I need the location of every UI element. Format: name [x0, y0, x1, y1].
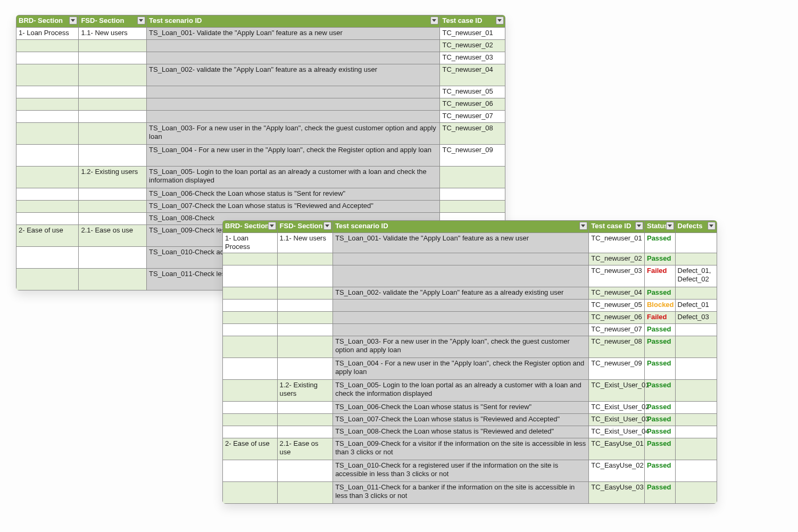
- cell-tcase: TC_Exist_User_04: [589, 426, 645, 438]
- cell-defects: [675, 323, 717, 336]
- cell-fsd: [277, 323, 333, 336]
- filter-icon[interactable]: [496, 16, 504, 24]
- cell-tcase: TC_EasyUse_03: [589, 481, 645, 503]
- cell-fsd: [79, 86, 147, 98]
- cell-scenario: TS_Loan_006-Check the Loan whose status …: [333, 401, 589, 413]
- header-tcase[interactable]: Test case ID: [589, 221, 645, 233]
- header-brd[interactable]: BRD- Section: [223, 221, 278, 233]
- filter-icon[interactable]: [268, 222, 276, 230]
- filter-icon[interactable]: [137, 16, 145, 24]
- cell-scenario: TS_Loan_005- Login to the loan portal as…: [147, 167, 440, 188]
- header-defects[interactable]: Defects: [675, 221, 717, 233]
- status-badge: Passed: [647, 325, 671, 333]
- cell-status: Passed: [644, 287, 675, 299]
- cell-brd: [16, 86, 79, 98]
- cell-defects: [675, 287, 717, 299]
- cell-fsd: [277, 311, 333, 323]
- status-badge: Passed: [647, 483, 671, 491]
- cell-tcase: TC_newuser_06: [440, 98, 505, 111]
- filter-icon[interactable]: [579, 222, 587, 230]
- filter-icon[interactable]: [430, 16, 438, 24]
- cell-status: Passed: [644, 336, 675, 358]
- table-row: TS_Loan_007-Check the Loan whose status …: [16, 201, 505, 213]
- table-row: TS_Loan_011-Check for a banker if the in…: [223, 481, 717, 503]
- cell-tcase: TC_newuser_03: [589, 265, 645, 287]
- cell-fsd: [79, 269, 147, 290]
- table-b: BRD- SectionFSD- SectionTest scenario ID…: [222, 220, 717, 504]
- cell-status: Passed: [644, 253, 675, 265]
- cell-fsd: [79, 247, 147, 269]
- cell-defects: [675, 460, 717, 481]
- status-badge: Passed: [647, 415, 671, 423]
- cell-fsd: [277, 287, 333, 299]
- cell-brd: [16, 188, 79, 201]
- cell-fsd: [277, 336, 333, 358]
- cell-defects: [675, 379, 717, 401]
- cell-status: Passed: [644, 413, 675, 426]
- cell-brd: [16, 52, 79, 64]
- cell-tcase: TC_EasyUse_02: [589, 460, 645, 481]
- status-badge: Passed: [647, 439, 671, 447]
- filter-icon[interactable]: [708, 222, 716, 230]
- header-brd[interactable]: BRD- Section: [16, 15, 79, 28]
- cell-brd: [16, 123, 79, 145]
- cell-fsd: 1.2- Existing users: [277, 379, 333, 401]
- cell-fsd: [79, 145, 147, 167]
- filter-icon[interactable]: [666, 222, 674, 230]
- header-scenario[interactable]: Test scenario ID: [333, 221, 589, 233]
- cell-tcase: TC_newuser_09: [589, 358, 645, 379]
- cell-tcase: TC_Exist_User_03: [589, 413, 645, 426]
- cell-tcase: [440, 167, 505, 188]
- table-row: TC_newuser_05BlockedDefect_01: [223, 299, 717, 311]
- filter-icon[interactable]: [635, 222, 643, 230]
- table-row: TS_Loan_006-Check the Loan whose status …: [223, 401, 717, 413]
- cell-fsd: [277, 358, 333, 379]
- cell-brd: [16, 167, 79, 188]
- table-row: TS_Loan_007-Check the Loan whose status …: [223, 413, 717, 426]
- cell-brd: [223, 287, 278, 299]
- cell-tcase: TC_newuser_02: [589, 253, 645, 265]
- cell-defects: [675, 253, 717, 265]
- cell-defects: Defect_03: [675, 311, 717, 323]
- header-fsd[interactable]: FSD- Section: [79, 15, 147, 28]
- header-fsd[interactable]: FSD- Section: [277, 221, 333, 233]
- cell-fsd: [79, 40, 147, 52]
- cell-fsd: [79, 64, 147, 86]
- cell-scenario: [147, 40, 440, 52]
- cell-brd: 2- Ease of use: [223, 438, 278, 460]
- table-row: TC_newuser_06: [16, 98, 505, 111]
- table-row: TS_Loan_003- For a new user in the "Appl…: [16, 123, 505, 145]
- table-row: 1.2- Existing usersTS_Loan_005- Login to…: [16, 167, 505, 188]
- header-tcase[interactable]: Test case ID: [440, 15, 505, 28]
- cell-fsd: [79, 123, 147, 145]
- header-status[interactable]: Status: [644, 221, 675, 233]
- status-badge: Blocked: [647, 301, 674, 309]
- cell-tcase: TC_newuser_04: [589, 287, 645, 299]
- cell-scenario: TS_Loan_004 - For a new user in the "App…: [333, 358, 589, 379]
- cell-scenario: [147, 98, 440, 111]
- cell-scenario: TS_Loan_007-Check the Loan whose status …: [333, 413, 589, 426]
- status-badge: Passed: [647, 461, 671, 469]
- filter-icon[interactable]: [69, 16, 77, 24]
- table-row: TC_newuser_03: [16, 52, 505, 64]
- cell-tcase: TC_newuser_02: [440, 40, 505, 52]
- cell-defects: [675, 413, 717, 426]
- cell-fsd: 1.1- New users: [277, 233, 333, 253]
- cell-fsd: 1.1- New users: [79, 28, 147, 40]
- table-row: TC_newuser_07Passed: [223, 323, 717, 336]
- traceability-table-right: BRD- SectionFSD- SectionTest scenario ID…: [222, 220, 717, 504]
- cell-tcase: TC_newuser_03: [440, 52, 505, 64]
- cell-defects: [675, 481, 717, 503]
- filter-icon[interactable]: [323, 222, 331, 230]
- cell-scenario: TS_Loan_001- Validate the "Apply Loan" f…: [147, 28, 440, 40]
- cell-defects: Defect_01, Defect_02: [675, 265, 717, 287]
- cell-fsd: 1.2- Existing users: [79, 167, 147, 188]
- cell-brd: [223, 401, 278, 413]
- table-row: 1- Loan Process1.1- New usersTS_Loan_001…: [16, 28, 505, 40]
- cell-brd: [16, 64, 79, 86]
- header-scenario[interactable]: Test scenario ID: [147, 15, 440, 28]
- status-badge: Passed: [647, 337, 671, 345]
- cell-fsd: [79, 213, 147, 225]
- cell-scenario: [333, 311, 589, 323]
- cell-tcase: TC_newuser_09: [440, 145, 505, 167]
